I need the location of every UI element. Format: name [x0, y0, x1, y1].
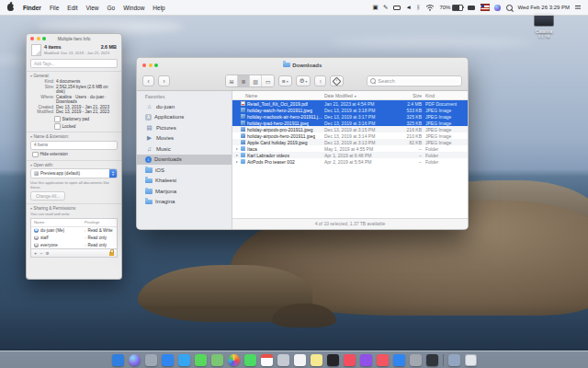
sidebar-item[interactable]: ♫ Music [137, 144, 232, 155]
change-all-button[interactable]: Change All... [30, 191, 65, 201]
sidebar-item[interactable]: iOS [137, 165, 232, 176]
hide-extension-row[interactable]: Hide extension [32, 152, 118, 158]
sidebar-item[interactable]: ⌂ du-juan [137, 101, 232, 112]
file-row[interactable]: Retail_Tool_Kit_Oct_2019.pdf Jan 21, 202… [232, 100, 468, 107]
column-header-size[interactable]: Size [398, 93, 425, 98]
sidebar-item[interactable]: ↓ Downloads [137, 155, 232, 166]
file-row[interactable]: holiday-ipad-hero-201911.jpeg Dec 13, 20… [232, 120, 468, 126]
display-icon[interactable] [393, 6, 401, 10]
group-by-button[interactable]: ≡ ▾ [278, 75, 292, 86]
reminders-dock-icon[interactable] [294, 354, 306, 366]
open-with-label[interactable]: Open with: [30, 163, 118, 167]
sharing-permissions-label[interactable]: Sharing & Permissions: [30, 206, 118, 211]
column-view-button[interactable]: ▥ [250, 75, 262, 86]
add-permission-button[interactable]: + [34, 250, 37, 256]
action-button[interactable]: ⚙ ▾ [296, 75, 311, 86]
search-input[interactable]: Search [367, 75, 462, 86]
list-view-button[interactable]: ≣ [238, 75, 250, 86]
sidebar-item[interactable]: Imagina [137, 197, 232, 208]
icon-view-button[interactable]: ⊞ [226, 75, 238, 86]
downloads-stack-dock-icon[interactable] [448, 354, 460, 366]
permission-row[interactable]: staff Read only [31, 234, 117, 241]
name-field[interactable]: 4 Items [30, 141, 118, 150]
spotlight-search-icon[interactable] [506, 5, 513, 11]
name-extension-label[interactable]: Name & Extension: [30, 134, 118, 139]
general-section-label[interactable]: General: [30, 74, 118, 78]
facetime-dock-icon[interactable] [244, 354, 256, 366]
lock-icon[interactable] [109, 252, 114, 256]
column-header-kind[interactable]: Kind [425, 93, 468, 98]
trash-dock-icon[interactable] [465, 354, 477, 366]
keyboard-input-flag-icon[interactable] [481, 4, 490, 11]
stationery-pad-checkbox-row[interactable]: Stationery pad [54, 116, 118, 122]
system-preferences-dock-icon[interactable] [410, 354, 422, 366]
siri-icon[interactable] [494, 5, 501, 11]
siri-dock-icon[interactable] [129, 354, 141, 366]
music-dock-icon[interactable] [344, 354, 356, 366]
file-row[interactable]: holiday-macbook-air-hero-201911.jpeg Dec… [232, 113, 468, 120]
file-row[interactable]: holiday-airpods-pro-201911.jpeg Dec 13, … [232, 126, 468, 132]
menu-bar-item[interactable]: Help [153, 5, 164, 11]
zoom-button[interactable] [154, 63, 158, 67]
sidebar-item[interactable]: ▶ Movies [137, 133, 232, 144]
locked-checkbox-row[interactable]: Locked [54, 123, 118, 130]
permission-row[interactable]: du-juan (Me) Read & Write [31, 227, 117, 235]
sidebar-item[interactable]: ▤ Pictures [137, 122, 232, 133]
forward-button[interactable]: › [158, 75, 170, 86]
volume-icon[interactable]: ◄ [406, 5, 412, 11]
minimize-button[interactable] [149, 63, 153, 67]
info-title-bar[interactable]: Multiple Item Info [27, 34, 121, 43]
column-header-date-modified[interactable]: Date Modified▾ [324, 93, 398, 98]
file-row[interactable]: holiday-airpods-hero-201911.jpeg Dec 13,… [232, 132, 468, 139]
sidebar-item[interactable]: Khaleesi [137, 176, 232, 187]
calendar-dock-icon[interactable] [261, 354, 273, 366]
permission-privilege[interactable]: Read only [85, 236, 114, 240]
contacts-dock-icon[interactable] [277, 354, 289, 366]
permission-privilege[interactable]: Read only [85, 243, 114, 247]
tv-dock-icon[interactable] [327, 354, 339, 366]
add-tags-field[interactable]: Add Tags... [30, 59, 118, 68]
desktop-disk-icon[interactable]: Catalina 2.1 TB [524, 13, 564, 39]
display-mirroring-icon[interactable] [468, 6, 475, 10]
notification-center-icon[interactable] [575, 5, 582, 10]
hide-extension-checkbox[interactable] [32, 152, 39, 158]
open-with-dropdown[interactable]: Preview.app (default) ▲▼ [30, 168, 118, 178]
permissions-gear-icon[interactable]: ⚙ [45, 251, 49, 256]
menu-bar-clock[interactable]: Wed Feb 26 3:29 PM [517, 5, 570, 10]
photos-dock-icon[interactable] [228, 354, 240, 366]
news-dock-icon[interactable] [377, 354, 389, 366]
sidebar-item[interactable]: Marijona [137, 186, 232, 197]
battery-indicator[interactable]: 70% [439, 5, 463, 11]
menu-bar-item[interactable]: Finder [23, 5, 41, 11]
sidebar-item[interactable]: A Applications [137, 112, 232, 123]
app-store-dock-icon[interactable] [393, 354, 405, 366]
maps-dock-icon[interactable] [211, 354, 223, 366]
menu-bar-item[interactable]: View [86, 5, 99, 11]
menu-bar-item[interactable]: Edit [67, 5, 77, 11]
notes-dock-icon[interactable] [311, 354, 322, 366]
menu-bar-item[interactable]: Window [123, 5, 144, 11]
menu-bar-item[interactable]: Go [107, 5, 116, 11]
locked-checkbox[interactable] [54, 123, 61, 130]
tags-button[interactable] [330, 75, 344, 86]
back-button[interactable]: ‹ [142, 75, 154, 86]
file-row[interactable]: Karl Labrador videos Apr 1, 2019 at 6:48… [232, 152, 468, 158]
permission-row[interactable]: everyone Read only [31, 241, 117, 248]
share-button[interactable]: ↑ [314, 75, 326, 86]
wifi-icon[interactable] [425, 4, 435, 11]
stationery-pad-checkbox[interactable] [54, 116, 61, 122]
column-header-name[interactable]: Name [236, 93, 324, 98]
gallery-view-button[interactable]: ▭ [262, 75, 274, 86]
file-row[interactable]: Apple Card holiday 2019.jpeg Dec 13, 201… [232, 139, 468, 145]
launchpad-dock-icon[interactable] [145, 354, 157, 366]
dock-separator[interactable] [443, 354, 444, 366]
messages-dock-icon[interactable] [195, 354, 207, 366]
file-row[interactable]: AirPods Pro teaser 002 Apr 2, 2019 at 5:… [232, 158, 468, 165]
mail-dock-icon[interactable] [162, 354, 174, 366]
terminal-dock-icon[interactable] [426, 354, 438, 366]
file-row[interactable]: Itaca May 1, 2019 at 4:55 PM -- Folder [232, 145, 468, 152]
podcasts-dock-icon[interactable] [360, 354, 372, 366]
apple-menu-icon[interactable] [7, 4, 14, 11]
close-button[interactable] [142, 63, 146, 67]
safari-dock-icon[interactable] [178, 354, 190, 366]
